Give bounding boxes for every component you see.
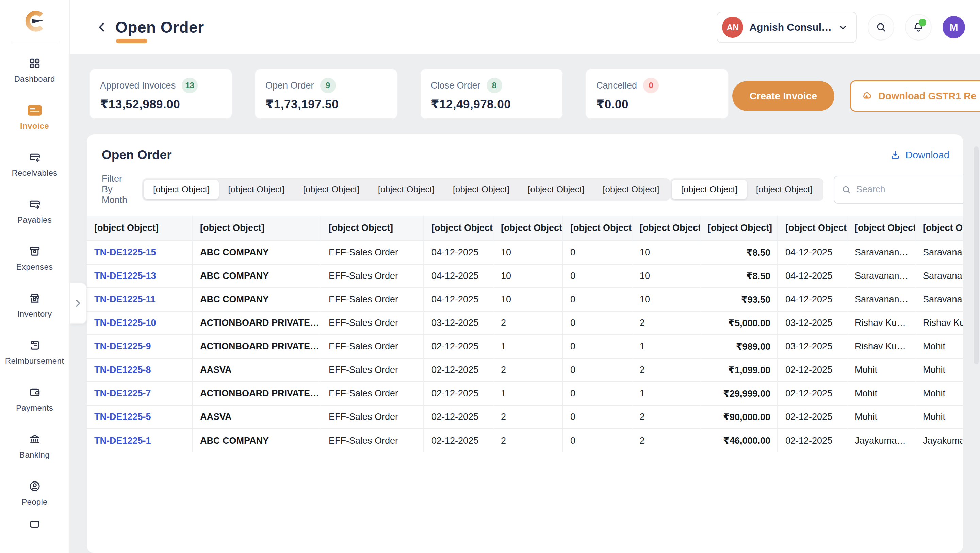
column-header: [object Object] bbox=[321, 215, 424, 241]
order-date-cell: 04-12-2025 bbox=[424, 241, 493, 264]
voucher-type-cell: EFF-Sales Order bbox=[321, 241, 424, 264]
download-link[interactable]: Download bbox=[890, 150, 950, 161]
user-avatar[interactable]: M bbox=[943, 16, 965, 38]
month-option[interactable]: [object Object] bbox=[219, 180, 294, 199]
order-no-link[interactable]: TN-DE1225-13 bbox=[87, 264, 192, 288]
main-content: Approved Invoices 13 ₹13,52,989.00 Open … bbox=[70, 54, 980, 553]
month-option[interactable]: [object Object] bbox=[519, 180, 593, 199]
wallet-icon bbox=[28, 386, 41, 400]
card-value: ₹0.00 bbox=[596, 97, 718, 111]
voucher-type-cell: EFF-Sales Order bbox=[321, 405, 424, 429]
month-option[interactable]: [object Object] bbox=[294, 180, 369, 199]
summary-card[interactable]: Close Order 8 ₹12,49,978.00 bbox=[420, 69, 563, 119]
order-qty-cell: 10 bbox=[493, 241, 563, 264]
created-by-cell: Mohit bbox=[915, 382, 963, 405]
summary-cards: Approved Invoices 13 ₹13,52,989.00 Open … bbox=[89, 69, 729, 119]
search-button[interactable] bbox=[868, 14, 894, 40]
taxable-value-cell: ₹8.50 bbox=[700, 264, 778, 288]
company-selector[interactable]: AN Agnish Consul… bbox=[717, 11, 857, 43]
create-invoice-button[interactable]: Create Invoice bbox=[732, 81, 834, 111]
sidebar-item-partial[interactable] bbox=[0, 520, 69, 533]
pending-qty-cell: 1 bbox=[632, 335, 700, 358]
created-by-cell: Saravanan… bbox=[915, 264, 963, 288]
table-search bbox=[834, 176, 963, 204]
back-button[interactable] bbox=[95, 20, 111, 35]
customer-cell: ACTIONBOARD PRIVATE… bbox=[192, 311, 321, 335]
card-badge: 8 bbox=[487, 78, 502, 93]
order-no-link[interactable]: TN-DE1225-11 bbox=[87, 288, 192, 311]
search-input[interactable] bbox=[856, 184, 963, 195]
approved-by-cell: Rishav Ku… bbox=[847, 335, 915, 358]
summary-card[interactable]: Approved Invoices 13 ₹13,52,989.00 bbox=[89, 69, 232, 119]
month-option[interactable]: [object Object] bbox=[369, 180, 444, 199]
sidebar-item-banking[interactable]: Banking bbox=[0, 423, 69, 470]
sidebar-item-label: Banking bbox=[19, 450, 50, 460]
invoice-qty-cell: 0 bbox=[563, 288, 632, 311]
table-row: TN-DE1225-13 ABC COMPANY EFF-Sales Order… bbox=[87, 264, 963, 288]
month-option[interactable]: [object Object] bbox=[144, 180, 219, 199]
sidebar-item-inventory[interactable]: Inventory bbox=[0, 282, 69, 329]
vertical-scrollbar[interactable] bbox=[974, 147, 978, 364]
card-value: ₹13,52,989.00 bbox=[100, 97, 221, 111]
chevron-right-icon bbox=[73, 299, 83, 308]
order-no-link[interactable]: TN-DE1225-1 bbox=[87, 429, 192, 452]
sidebar-expand-handle[interactable] bbox=[70, 283, 87, 324]
pending-qty-cell: 2 bbox=[632, 311, 700, 335]
pending-qty-cell: 10 bbox=[632, 264, 700, 288]
order-date-cell: 02-12-2025 bbox=[424, 358, 493, 382]
sidebar-item-receivables[interactable]: Receivables bbox=[0, 141, 69, 188]
order-no-link[interactable]: TN-DE1225-8 bbox=[87, 358, 192, 382]
order-no-link[interactable]: TN-DE1225-7 bbox=[87, 382, 192, 405]
order-no-link[interactable]: TN-DE1225-10 bbox=[87, 311, 192, 335]
invoice-qty-cell: 0 bbox=[563, 311, 632, 335]
mode-option[interactable]: [object Object] bbox=[672, 180, 746, 199]
approved-on-cell: 04-12-2025 bbox=[778, 288, 847, 311]
card-value: ₹1,73,197.50 bbox=[266, 97, 387, 111]
notification-dot bbox=[919, 19, 926, 26]
mode-toggle: [object Object] [object Object] bbox=[670, 178, 823, 201]
summary-card[interactable]: Open Order 9 ₹1,73,197.50 bbox=[255, 69, 398, 119]
sidebar-item-dashboard[interactable]: Dashboard bbox=[0, 47, 69, 94]
table-row: TN-DE1225-1 ABC COMPANY EFF-Sales Order … bbox=[87, 429, 963, 452]
taxable-value-cell: ₹989.00 bbox=[700, 335, 778, 358]
sidebar-item-reimbursement[interactable]: Reimbursement bbox=[0, 329, 69, 376]
orders-table: [object Object] [object Object] [object … bbox=[87, 215, 963, 452]
approved-on-cell: 04-12-2025 bbox=[778, 241, 847, 264]
column-header: [object Object] bbox=[632, 215, 700, 241]
column-header: [object Object] bbox=[424, 215, 493, 241]
created-by-cell: Saravanan… bbox=[915, 288, 963, 311]
sidebar-item-people[interactable]: People bbox=[0, 470, 69, 517]
mode-option[interactable]: [object Object] bbox=[747, 180, 822, 199]
approved-on-cell: 03-12-2025 bbox=[778, 311, 847, 335]
person-circle-icon bbox=[28, 480, 41, 494]
approved-by-cell: Saravanan… bbox=[847, 241, 915, 264]
download-gstr1-button[interactable]: Download GSTR1 Re bbox=[850, 80, 980, 112]
month-option[interactable]: [object Object] bbox=[593, 180, 668, 199]
sidebar: Dashboard Invoice Receivables bbox=[0, 0, 70, 553]
summary-card[interactable]: Cancelled 0 ₹0.00 bbox=[585, 69, 729, 119]
sidebar-item-payables[interactable]: Payables bbox=[0, 188, 69, 235]
order-no-link[interactable]: TN-DE1225-9 bbox=[87, 335, 192, 358]
sidebar-item-payments[interactable]: Payments bbox=[0, 376, 69, 423]
taxable-value-cell: ₹90,000.00 bbox=[700, 405, 778, 429]
pending-qty-cell: 2 bbox=[632, 358, 700, 382]
invoice-qty-cell: 0 bbox=[563, 405, 632, 429]
order-no-link[interactable]: TN-DE1225-5 bbox=[87, 405, 192, 429]
sidebar-item-label: Dashboard bbox=[14, 74, 55, 84]
table-row: TN-DE1225-7 ACTIONBOARD PRIVATE… EFF-Sal… bbox=[87, 382, 963, 405]
sidebar-item-invoice[interactable]: Invoice bbox=[0, 94, 69, 141]
voucher-type-cell: EFF-Sales Order bbox=[321, 335, 424, 358]
pending-qty-cell: 2 bbox=[632, 429, 700, 452]
order-date-cell: 02-12-2025 bbox=[424, 405, 493, 429]
order-qty-cell: 1 bbox=[493, 335, 563, 358]
notifications-button[interactable] bbox=[905, 14, 932, 40]
order-date-cell: 04-12-2025 bbox=[424, 288, 493, 311]
card-label: Open Order bbox=[266, 80, 314, 91]
sidebar-item-expenses[interactable]: Expenses bbox=[0, 235, 69, 282]
sidebar-item-label: Receivables bbox=[11, 168, 57, 178]
app-logo[interactable] bbox=[0, 0, 69, 32]
order-no-link[interactable]: TN-DE1225-15 bbox=[87, 241, 192, 264]
customer-cell: ACTIONBOARD PRIVATE… bbox=[192, 335, 321, 358]
month-option[interactable]: [object Object] bbox=[444, 180, 519, 199]
created-by-cell: Mohit bbox=[915, 335, 963, 358]
